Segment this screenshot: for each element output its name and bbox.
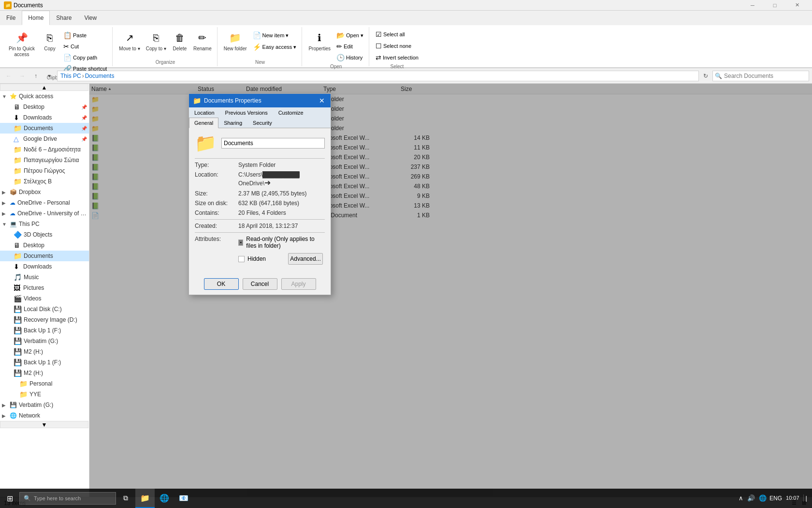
taskbar-item-edge[interactable]: 🌐: [155, 489, 174, 508]
taskbar-task-view[interactable]: ⧉: [116, 489, 135, 508]
hidden-checkbox[interactable]: [238, 256, 245, 262]
taskbar-search[interactable]: 🔍 Type here to search: [19, 492, 116, 505]
tab-home[interactable]: Home: [22, 11, 50, 25]
sidebar-item-downloads2[interactable]: ⬇ Downloads: [0, 261, 89, 272]
dialog-tab-security[interactable]: Security: [247, 118, 277, 128]
tab-share[interactable]: Share: [50, 11, 78, 25]
copy-to-button[interactable]: ⎘ Copy to ▾: [144, 28, 169, 54]
sidebar-item-downloads[interactable]: ⬇ Downloads 📌: [0, 112, 89, 123]
sidebar-item-desktop2[interactable]: 🖥 Desktop: [0, 240, 89, 251]
tray-network-icon[interactable]: 🌐: [758, 494, 768, 502]
paste-button[interactable]: 📋 Paste: [61, 30, 109, 41]
search-input[interactable]: [724, 73, 807, 79]
invert-selection-button[interactable]: ⇄ Invert selection: [373, 52, 421, 63]
sidebar-item-local-disk[interactable]: 💾 Local Disk (C:): [0, 304, 89, 314]
sidebar-item-recovery[interactable]: 💾 Recovery Image (D:): [0, 314, 89, 325]
sidebar-item-verbatim-g[interactable]: 💾 Verbatim (G:): [0, 336, 89, 346]
path-this-pc[interactable]: This PC: [60, 73, 81, 79]
new-item-button[interactable]: 📄 New item ▾: [250, 30, 299, 41]
maximize-button[interactable]: □: [764, 0, 786, 11]
dialog-buttons: OK Cancel Apply: [189, 274, 331, 295]
sidebar-item-google-drive[interactable]: △ Google Drive 📌: [0, 134, 89, 144]
sidebar-section-this-pc[interactable]: ▼ 💻 This PC: [0, 219, 89, 229]
close-button[interactable]: ✕: [786, 0, 808, 11]
move-to-button[interactable]: ↗ Move to ▾: [116, 28, 142, 54]
dialog-tab-customize[interactable]: Customize: [273, 107, 309, 118]
sidebar-item-backup1f2[interactable]: 💾 Back Up 1 (F:): [0, 357, 89, 368]
tray-volume-icon[interactable]: 🔊: [746, 494, 756, 502]
properties-dialog: 📁 Documents Properties ✕ Location Previo…: [188, 93, 331, 295]
easy-access-button[interactable]: ⚡ Easy access ▾: [250, 42, 299, 52]
sidebar-item-m2h[interactable]: 💾 M2 (H:): [0, 346, 89, 357]
start-button[interactable]: ⊞: [0, 489, 19, 508]
dialog-attributes-row: Attributes: ▪ Read-only (Only applies to…: [195, 236, 325, 267]
open-button[interactable]: 📂 Open ▾: [334, 30, 366, 41]
sidebar-section-verbatim[interactable]: ▶ 💾 Verbatim (G:): [0, 400, 89, 410]
minimize-button[interactable]: ─: [741, 0, 764, 11]
sidebar-section-onedrive-ucy[interactable]: ▶ ☁ OneDrive - University of Cyprus: [0, 208, 89, 219]
sidebar-item-documents[interactable]: 📁 Documents 📌: [0, 123, 89, 134]
sidebar-section-network[interactable]: ▶ 🌐 Network: [0, 410, 89, 421]
history-button[interactable]: 🕒 History: [334, 52, 366, 63]
taskbar-item-explorer[interactable]: 📁: [135, 489, 155, 508]
copy-path-button[interactable]: 📄 Copy path: [61, 52, 109, 63]
advanced-button[interactable]: Advanced...: [288, 253, 323, 265]
tab-view[interactable]: View: [78, 11, 103, 25]
sidebar-section-quick-access[interactable]: ▼ ⭐ Quick access: [0, 91, 89, 102]
dialog-tab-general[interactable]: General: [189, 118, 218, 128]
sidebar-item-3dobjects[interactable]: 🔷 3D Objects: [0, 229, 89, 240]
copy-button[interactable]: ⎘ Copy: [40, 28, 60, 54]
edit-button[interactable]: ✏ Edit: [334, 41, 366, 52]
sidebar-item-music[interactable]: 🎵 Music: [0, 272, 89, 283]
rename-button[interactable]: ✏ Rename: [191, 28, 214, 54]
tab-file[interactable]: File: [0, 11, 22, 25]
back-button[interactable]: ←: [3, 70, 14, 82]
tray-up-arrow[interactable]: ∧: [738, 494, 744, 502]
delete-button[interactable]: 🗑 Delete: [170, 28, 190, 54]
sidebar-item-videos[interactable]: 🎬 Videos: [0, 293, 89, 304]
select-all-button[interactable]: ☑ Select all: [373, 29, 407, 40]
sidebar-item-papageorgiou[interactable]: 📁 Παπαγεωργίου Σώτια: [0, 155, 89, 165]
up-button[interactable]: ↑: [30, 70, 42, 82]
ok-button[interactable]: OK: [204, 278, 239, 290]
sidebar-item-pictures[interactable]: 🖼 Pictures: [0, 283, 89, 293]
sidebar-scroll-up[interactable]: ▲: [0, 84, 88, 91]
dialog-folder-name-input[interactable]: [221, 138, 325, 149]
sidebar-scroll-down[interactable]: ▼: [0, 421, 88, 428]
readonly-checkbox[interactable]: ▪: [238, 239, 243, 246]
taskbar-clock[interactable]: 10:07: [784, 494, 801, 502]
sidebar-item-backup1f[interactable]: 💾 Back Up 1 (F:): [0, 325, 89, 336]
dialog-tab-previous-versions[interactable]: Previous Versions: [220, 107, 273, 118]
sidebar-section-onedrive-personal[interactable]: ▶ ☁ OneDrive - Personal: [0, 197, 89, 208]
dialog-tab-location[interactable]: Location: [189, 107, 220, 118]
address-path[interactable]: This PC › Documents: [57, 71, 699, 81]
new-folder-button[interactable]: 📁 New folder: [221, 28, 249, 54]
show-desktop-button[interactable]: |: [803, 494, 808, 502]
dialog-tab-sharing[interactable]: Sharing: [218, 118, 247, 128]
pin-to-quick-access-button[interactable]: 📌 Pin to Quick access: [5, 28, 39, 60]
sidebar-item-petrou[interactable]: 📁 Πέτρου Γιώργος: [0, 165, 89, 176]
sidebar-section-dropbox[interactable]: ▶ 📦 Dropbox: [0, 187, 89, 197]
sidebar-item-documents2[interactable]: 📁 Documents: [0, 251, 89, 261]
sidebar-item-m2h2[interactable]: 💾 M2 (H:): [0, 368, 89, 378]
tray-language[interactable]: ENG: [769, 495, 782, 502]
forward-button[interactable]: →: [16, 70, 28, 82]
apply-button[interactable]: Apply: [281, 278, 316, 290]
taskbar-item-mail[interactable]: 📧: [174, 489, 193, 508]
sidebar-item-stelexos[interactable]: 📁 Στέλεχος Β: [0, 176, 89, 187]
recent-locations-button[interactable]: ▾: [44, 70, 55, 82]
path-documents[interactable]: Documents: [85, 73, 115, 79]
cut-button[interactable]: ✂ Cut: [61, 41, 109, 52]
dialog-close-button[interactable]: ✕: [317, 96, 327, 105]
sidebar-item-personal[interactable]: 📁 Personal: [0, 378, 89, 389]
sidebar-item-desktop[interactable]: 🖥 Desktop 📌: [0, 102, 89, 112]
refresh-button[interactable]: ↻: [701, 71, 710, 81]
dialog-title-text: Documents Properties: [204, 97, 261, 104]
sidebar-item-yye[interactable]: 📁 YYE: [0, 389, 89, 400]
cancel-button[interactable]: Cancel: [243, 278, 277, 290]
properties-button[interactable]: ℹ Properties: [306, 28, 333, 54]
search-box[interactable]: 🔍: [712, 71, 809, 81]
taskbar-search-text: Type here to search: [34, 495, 81, 501]
select-none-button[interactable]: ☐ Select none: [373, 41, 414, 51]
sidebar-item-node6[interactable]: 📁 Νοδέ 6 – Δημοσιότητα: [0, 144, 89, 155]
